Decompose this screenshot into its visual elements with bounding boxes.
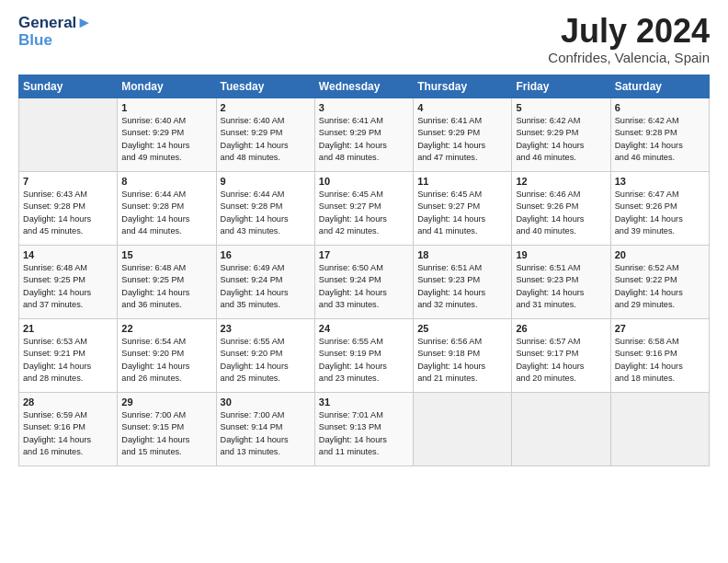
day-number: 17	[319, 249, 409, 260]
calendar-cell	[610, 393, 709, 466]
day-number: 10	[319, 176, 409, 187]
day-info: Sunrise: 6:42 AMSunset: 9:28 PMDaylight:…	[615, 115, 705, 164]
calendar-cell: 14Sunrise: 6:48 AMSunset: 9:25 PMDayligh…	[19, 246, 118, 319]
day-info: Sunrise: 6:59 AMSunset: 9:16 PMDaylight:…	[23, 409, 113, 458]
calendar-cell: 27Sunrise: 6:58 AMSunset: 9:16 PMDayligh…	[610, 319, 709, 393]
calendar-cell: 29Sunrise: 7:00 AMSunset: 9:15 PMDayligh…	[118, 393, 216, 466]
calendar-table: SundayMondayTuesdayWednesdayThursdayFrid…	[18, 75, 710, 466]
day-number: 3	[319, 102, 409, 113]
day-info: Sunrise: 6:52 AMSunset: 9:22 PMDaylight:…	[615, 262, 705, 311]
calendar-cell: 5Sunrise: 6:42 AMSunset: 9:29 PMDaylight…	[512, 98, 610, 172]
day-info: Sunrise: 6:40 AMSunset: 9:29 PMDaylight:…	[121, 115, 211, 164]
calendar-cell: 7Sunrise: 6:43 AMSunset: 9:28 PMDaylight…	[19, 172, 118, 246]
header: General► Blue July 2024 Confrides, Valen…	[18, 15, 710, 65]
calendar-cell: 22Sunrise: 6:54 AMSunset: 9:20 PMDayligh…	[118, 319, 216, 393]
day-info: Sunrise: 6:55 AMSunset: 9:20 PMDaylight:…	[221, 336, 311, 385]
day-info: Sunrise: 6:56 AMSunset: 9:18 PMDaylight:…	[417, 336, 507, 385]
logo-text: General► Blue	[18, 15, 92, 49]
calendar-cell: 9Sunrise: 6:44 AMSunset: 9:28 PMDaylight…	[216, 172, 314, 246]
calendar-cell: 10Sunrise: 6:45 AMSunset: 9:27 PMDayligh…	[314, 172, 413, 246]
calendar-cell: 11Sunrise: 6:45 AMSunset: 9:27 PMDayligh…	[414, 172, 512, 246]
day-number: 6	[615, 102, 705, 113]
day-number: 18	[417, 249, 507, 260]
day-info: Sunrise: 7:00 AMSunset: 9:14 PMDaylight:…	[221, 409, 311, 458]
calendar-cell: 4Sunrise: 6:41 AMSunset: 9:29 PMDaylight…	[414, 98, 512, 172]
day-number: 2	[221, 102, 311, 113]
location-subtitle: Confrides, Valencia, Spain	[548, 50, 710, 65]
day-info: Sunrise: 6:43 AMSunset: 9:28 PMDaylight:…	[23, 189, 113, 237]
logo: General► Blue	[18, 15, 92, 49]
day-info: Sunrise: 6:55 AMSunset: 9:19 PMDaylight:…	[319, 336, 409, 385]
day-info: Sunrise: 6:58 AMSunset: 9:16 PMDaylight:…	[615, 336, 705, 385]
day-number: 19	[516, 249, 606, 260]
calendar-cell: 2Sunrise: 6:40 AMSunset: 9:29 PMDaylight…	[216, 98, 314, 172]
calendar-cell: 3Sunrise: 6:41 AMSunset: 9:29 PMDaylight…	[314, 98, 413, 172]
day-info: Sunrise: 7:00 AMSunset: 9:15 PMDaylight:…	[121, 409, 211, 458]
day-number: 5	[516, 102, 606, 113]
calendar-cell: 13Sunrise: 6:47 AMSunset: 9:26 PMDayligh…	[610, 172, 709, 246]
day-info: Sunrise: 6:46 AMSunset: 9:26 PMDaylight:…	[516, 189, 606, 237]
day-number: 27	[615, 323, 705, 334]
day-number: 9	[221, 176, 311, 187]
calendar-cell: 8Sunrise: 6:44 AMSunset: 9:28 PMDaylight…	[118, 172, 216, 246]
day-info: Sunrise: 6:48 AMSunset: 9:25 PMDaylight:…	[23, 262, 113, 311]
day-number: 8	[121, 176, 211, 187]
day-info: Sunrise: 6:42 AMSunset: 9:29 PMDaylight:…	[516, 115, 606, 164]
day-info: Sunrise: 6:54 AMSunset: 9:20 PMDaylight:…	[121, 336, 211, 385]
day-number: 4	[417, 102, 507, 113]
day-number: 28	[23, 396, 113, 408]
day-info: Sunrise: 6:41 AMSunset: 9:29 PMDaylight:…	[417, 115, 507, 164]
calendar-cell: 15Sunrise: 6:48 AMSunset: 9:25 PMDayligh…	[118, 246, 216, 319]
day-number: 25	[417, 323, 507, 334]
day-number: 12	[516, 176, 606, 187]
day-number: 20	[615, 249, 705, 260]
day-info: Sunrise: 6:47 AMSunset: 9:26 PMDaylight:…	[615, 189, 705, 237]
day-number: 1	[121, 102, 211, 113]
day-info: Sunrise: 6:45 AMSunset: 9:27 PMDaylight:…	[319, 189, 409, 237]
calendar-cell: 1Sunrise: 6:40 AMSunset: 9:29 PMDaylight…	[118, 98, 216, 172]
calendar-cell: 31Sunrise: 7:01 AMSunset: 9:13 PMDayligh…	[314, 393, 413, 466]
day-number: 11	[417, 176, 507, 187]
day-number: 24	[319, 323, 409, 334]
day-info: Sunrise: 6:53 AMSunset: 9:21 PMDaylight:…	[23, 336, 113, 385]
day-number: 29	[121, 396, 211, 408]
month-title: July 2024	[548, 15, 710, 48]
calendar-cell: 24Sunrise: 6:55 AMSunset: 9:19 PMDayligh…	[314, 319, 413, 393]
calendar-cell: 12Sunrise: 6:46 AMSunset: 9:26 PMDayligh…	[512, 172, 610, 246]
day-info: Sunrise: 6:44 AMSunset: 9:28 PMDaylight:…	[121, 189, 211, 237]
day-number: 14	[23, 249, 113, 260]
day-number: 15	[121, 249, 211, 260]
calendar-cell: 16Sunrise: 6:49 AMSunset: 9:24 PMDayligh…	[216, 246, 314, 319]
weekday-header-monday: Monday	[118, 75, 216, 98]
day-info: Sunrise: 6:45 AMSunset: 9:27 PMDaylight:…	[417, 189, 507, 237]
day-number: 7	[23, 176, 113, 187]
day-number: 22	[121, 323, 211, 334]
day-info: Sunrise: 6:50 AMSunset: 9:24 PMDaylight:…	[319, 262, 409, 311]
day-info: Sunrise: 7:01 AMSunset: 9:13 PMDaylight:…	[319, 409, 409, 458]
day-number: 21	[23, 323, 113, 334]
day-number: 13	[615, 176, 705, 187]
title-block: July 2024 Confrides, Valencia, Spain	[548, 15, 710, 65]
calendar-cell	[512, 393, 610, 466]
day-info: Sunrise: 6:51 AMSunset: 9:23 PMDaylight:…	[417, 262, 507, 311]
calendar-cell	[19, 98, 118, 172]
calendar-cell: 20Sunrise: 6:52 AMSunset: 9:22 PMDayligh…	[610, 246, 709, 319]
calendar-cell: 6Sunrise: 6:42 AMSunset: 9:28 PMDaylight…	[610, 98, 709, 172]
day-number: 31	[319, 396, 409, 408]
calendar-cell: 17Sunrise: 6:50 AMSunset: 9:24 PMDayligh…	[314, 246, 413, 319]
day-number: 30	[221, 396, 311, 408]
calendar-cell: 23Sunrise: 6:55 AMSunset: 9:20 PMDayligh…	[216, 319, 314, 393]
weekday-header-saturday: Saturday	[610, 75, 709, 98]
day-info: Sunrise: 6:57 AMSunset: 9:17 PMDaylight:…	[516, 336, 606, 385]
weekday-header-wednesday: Wednesday	[314, 75, 413, 98]
calendar-cell: 25Sunrise: 6:56 AMSunset: 9:18 PMDayligh…	[414, 319, 512, 393]
weekday-header-thursday: Thursday	[414, 75, 512, 98]
weekday-header-friday: Friday	[512, 75, 610, 98]
calendar-cell: 30Sunrise: 7:00 AMSunset: 9:14 PMDayligh…	[216, 393, 314, 466]
day-info: Sunrise: 6:44 AMSunset: 9:28 PMDaylight:…	[221, 189, 311, 237]
calendar-cell	[414, 393, 512, 466]
day-info: Sunrise: 6:51 AMSunset: 9:23 PMDaylight:…	[516, 262, 606, 311]
day-info: Sunrise: 6:49 AMSunset: 9:24 PMDaylight:…	[221, 262, 311, 311]
day-number: 23	[221, 323, 311, 334]
day-info: Sunrise: 6:48 AMSunset: 9:25 PMDaylight:…	[121, 262, 211, 311]
